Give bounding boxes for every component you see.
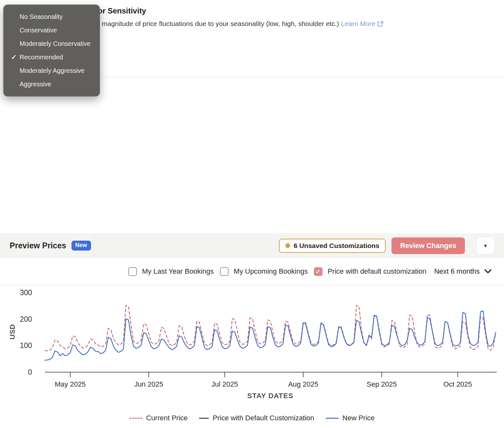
menu-item-label: Recommended <box>20 54 63 61</box>
svg-text:300: 300 <box>20 288 32 297</box>
unsaved-customizations-label: 6 Unsaved Customizations <box>294 242 379 250</box>
preview-prices-title: Preview Prices <box>10 241 66 250</box>
solid-line-icon <box>326 418 339 419</box>
check-icon: ✓ <box>11 50 17 64</box>
date-range-label: Next 6 months <box>434 267 480 276</box>
svg-text:May 2025: May 2025 <box>55 380 86 388</box>
y-axis-title: USD <box>8 324 16 339</box>
preview-prices-actions: 6 Unsaved Customizations Review Changes … <box>94 237 504 254</box>
check-icon: ✓ <box>315 269 321 275</box>
menu-item-moderately-conservative[interactable]: Moderately Conservative <box>4 37 100 50</box>
svg-text:100: 100 <box>20 341 32 350</box>
svg-text:Jun 2025: Jun 2025 <box>134 380 164 388</box>
checkbox-price-default-customization[interactable]: ✓ Price with default customization <box>314 267 426 276</box>
review-changes-button[interactable]: Review Changes <box>391 237 465 254</box>
checkbox-unchecked-icon[interactable] <box>128 267 137 276</box>
checkbox-label: Price with default customization <box>328 267 426 276</box>
chart-filter-row: My Last Year Bookings My Upcoming Bookin… <box>0 258 504 285</box>
checkbox-last-year-bookings[interactable]: My Last Year Bookings <box>128 267 214 276</box>
legend-label: Current Price <box>146 414 188 422</box>
external-link-icon <box>377 21 383 29</box>
solid-line-icon <box>199 418 209 419</box>
menu-item-recommended[interactable]: ✓Recommended <box>4 50 100 64</box>
new-badge: New <box>71 241 91 251</box>
checkbox-unchecked-icon[interactable] <box>220 267 229 276</box>
date-range-selector[interactable]: Next 6 months <box>434 258 492 285</box>
checkbox-label: My Last Year Bookings <box>142 267 214 276</box>
dashed-line-icon <box>130 418 142 419</box>
legend-label: Price with Default Customization <box>213 414 314 422</box>
legend-item-new-price: New Price <box>326 414 374 422</box>
x-axis-title: STAY DATES <box>247 392 293 400</box>
unsaved-customizations-badge[interactable]: 6 Unsaved Customizations <box>279 239 386 253</box>
more-actions-button[interactable]: ▼ <box>476 237 494 254</box>
learn-more-link[interactable]: Learn More <box>341 20 375 27</box>
chart-legend: Current Price Price with Default Customi… <box>0 411 504 425</box>
seasonality-dropdown-menu: No Seasonality Conservative Moderately C… <box>3 4 100 97</box>
legend-item-current-price: Current Price <box>130 414 188 422</box>
price-preview-chart: USD 0100200300May 2025Jun 2025Jul 2025Au… <box>0 285 504 407</box>
page-description-text: e magnitude of price fluctuations due to… <box>96 20 339 27</box>
svg-text:Aug 2025: Aug 2025 <box>288 380 318 388</box>
svg-text:Jul 2025: Jul 2025 <box>211 380 238 388</box>
legend-item-default-customization: Price with Default Customization <box>199 414 314 422</box>
legend-label: New Price <box>342 414 374 422</box>
chevron-down-icon <box>484 269 492 274</box>
page: or Sensitivity e magnitude of price fluc… <box>0 0 504 428</box>
page-title: or Sensitivity <box>98 6 146 15</box>
menu-item-no-seasonality[interactable]: No Seasonality <box>4 10 100 23</box>
menu-item-aggressive[interactable]: Aggressive <box>4 77 100 91</box>
checkbox-upcoming-bookings[interactable]: My Upcoming Bookings <box>220 267 308 276</box>
svg-text:0: 0 <box>28 368 32 376</box>
checkbox-group: My Last Year Bookings My Upcoming Bookin… <box>128 258 433 285</box>
unsaved-dot-icon <box>285 243 290 248</box>
checkbox-label: My Upcoming Bookings <box>234 267 308 276</box>
preview-prices-header: Preview Prices New <box>0 233 94 258</box>
svg-text:Oct 2025: Oct 2025 <box>443 380 472 388</box>
page-description: e magnitude of price fluctuations due to… <box>96 20 383 29</box>
menu-item-moderately-aggressive[interactable]: Moderately Aggressive <box>4 64 100 77</box>
preview-prices-bar: Preview Prices New 6 Unsaved Customizati… <box>0 233 504 258</box>
svg-text:200: 200 <box>20 315 32 323</box>
chevron-down-icon: ▼ <box>483 243 488 248</box>
checkbox-checked-icon[interactable]: ✓ <box>314 267 323 276</box>
svg-text:Sep 2025: Sep 2025 <box>367 380 397 388</box>
menu-item-conservative[interactable]: Conservative <box>4 23 100 37</box>
